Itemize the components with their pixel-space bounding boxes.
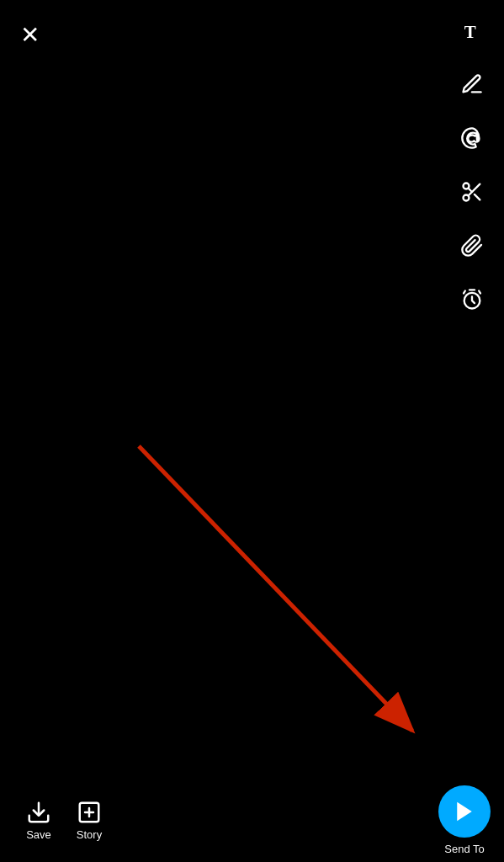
send-to-icon xyxy=(452,799,477,824)
send-to-button[interactable]: Send To xyxy=(438,785,491,855)
svg-line-4 xyxy=(475,194,480,200)
story-button[interactable]: Story xyxy=(64,800,114,841)
svg-line-5 xyxy=(468,188,472,192)
svg-line-9 xyxy=(139,446,412,731)
story-label: Story xyxy=(77,828,102,841)
svg-marker-14 xyxy=(457,801,472,821)
story-icon xyxy=(77,800,102,825)
text-tool-button[interactable]: T xyxy=(457,15,487,45)
save-label: Save xyxy=(26,828,51,841)
close-button[interactable]: ✕ xyxy=(20,24,40,47)
svg-text:T: T xyxy=(464,22,476,42)
scissors-tool-button[interactable] xyxy=(457,177,487,207)
annotation-arrow xyxy=(0,0,504,862)
save-icon xyxy=(26,800,51,825)
save-button[interactable]: Save xyxy=(13,800,64,841)
send-to-circle xyxy=(438,785,491,838)
right-toolbar: T xyxy=(457,15,487,315)
bottom-bar: Save Story Send To xyxy=(0,778,504,862)
send-to-label: Send To xyxy=(444,843,484,855)
pen-tool-button[interactable] xyxy=(457,69,487,99)
link-tool-button[interactable] xyxy=(457,231,487,261)
timer-tool-button[interactable] xyxy=(457,285,487,315)
sticker-tool-button[interactable] xyxy=(457,123,487,153)
